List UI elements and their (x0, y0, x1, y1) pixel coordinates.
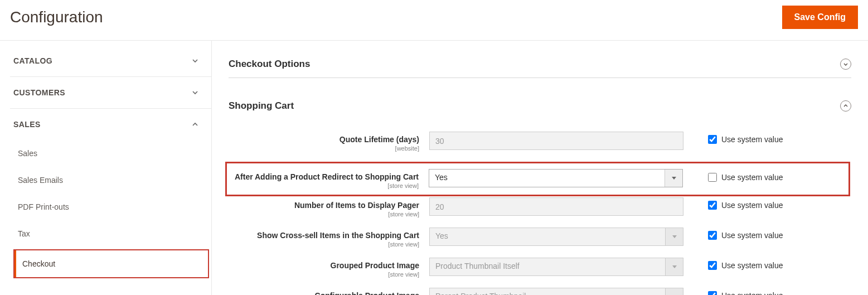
use-system-checkbox[interactable] (708, 261, 717, 270)
dropdown-caret-icon (665, 170, 682, 187)
use-system-label[interactable]: Use system value (721, 201, 783, 210)
sidebar-item-sales[interactable]: Sales (10, 140, 211, 167)
use-system-checkbox[interactable] (708, 291, 717, 295)
select-value: Parent Product Thumbnail (430, 288, 665, 295)
field-label: Show Cross-sell Items in the Shopping Ca… (257, 231, 419, 240)
field-label: Number of Items to Display Pager (294, 201, 419, 210)
use-system-checkbox[interactable] (708, 231, 717, 240)
page-header: Configuration Save Config (0, 0, 868, 41)
use-system-label[interactable]: Use system value (721, 291, 783, 295)
sidebar-section-sales[interactable]: SALES (10, 109, 211, 140)
group-checkout-options[interactable]: Checkout Options (229, 51, 851, 78)
field-label: Quote Lifetime (days) (340, 135, 419, 144)
save-config-button[interactable]: Save Config (782, 6, 858, 29)
sidebar: CATALOG CUSTOMERS SALES (0, 41, 212, 295)
field-cross-sell: Show Cross-sell Items in the Shopping Ca… (229, 228, 851, 248)
cross-sell-select: Yes (429, 228, 683, 246)
field-label: Grouped Product Image (331, 261, 419, 270)
field-scope: [store view] (229, 241, 419, 248)
sidebar-section-catalog[interactable]: CATALOG (10, 45, 211, 76)
dropdown-caret-icon (665, 258, 683, 275)
sidebar-section-label: CUSTOMERS (13, 88, 65, 97)
field-label: Configurable Product Image (315, 291, 419, 295)
use-system-label[interactable]: Use system value (721, 135, 783, 144)
select-value: Yes (430, 228, 665, 245)
main-content: Checkout Options Shopping Cart Quote Lif… (212, 41, 868, 295)
field-quote-lifetime: Quote Lifetime (days) [website] Use syst… (229, 132, 851, 152)
field-scope: [store view] (229, 271, 419, 278)
group-title: Checkout Options (229, 59, 310, 70)
chevron-up-icon (191, 120, 199, 128)
sidebar-section-label: CATALOG (13, 56, 52, 65)
field-scope: [website] (229, 145, 419, 152)
field-scope: [store view] (229, 211, 419, 217)
group-title: Shopping Cart (229, 100, 294, 112)
select-value: Yes (429, 170, 665, 187)
grouped-image-select: Product Thumbnail Itself (429, 258, 683, 276)
use-system-label[interactable]: Use system value (721, 261, 783, 270)
use-system-checkbox[interactable] (708, 173, 717, 182)
field-configurable-image: Configurable Product Image [store view] … (229, 288, 851, 295)
collapse-icon (840, 100, 851, 112)
select-value: Product Thumbnail Itself (430, 258, 665, 275)
dropdown-caret-icon (665, 288, 683, 295)
dropdown-caret-icon (665, 228, 683, 245)
use-system-label[interactable]: Use system value (721, 173, 783, 182)
field-items-pager: Number of Items to Display Pager [store … (229, 197, 851, 217)
chevron-down-icon (191, 57, 199, 65)
sidebar-item-sales-emails[interactable]: Sales Emails (10, 167, 211, 194)
items-pager-input (429, 197, 683, 216)
use-system-checkbox[interactable] (708, 201, 717, 210)
sidebar-item-tax[interactable]: Tax (10, 220, 211, 247)
page-title: Configuration (10, 8, 103, 26)
chevron-down-icon (191, 89, 199, 96)
field-scope: [store view] (228, 182, 419, 189)
field-grouped-image: Grouped Product Image [store view] Produ… (229, 258, 851, 278)
group-shopping-cart[interactable]: Shopping Cart (229, 93, 851, 119)
sidebar-item-checkout[interactable]: Checkout (14, 250, 208, 277)
sidebar-section-customers[interactable]: CUSTOMERS (10, 77, 211, 108)
expand-icon (840, 59, 851, 70)
use-system-label[interactable]: Use system value (721, 231, 783, 240)
use-system-checkbox[interactable] (708, 135, 717, 144)
sidebar-section-label: SALES (13, 120, 41, 129)
field-label: After Adding a Product Redirect to Shopp… (235, 172, 419, 181)
configurable-image-select: Parent Product Thumbnail (429, 288, 683, 295)
quote-lifetime-input (429, 132, 683, 150)
redirect-cart-select[interactable]: Yes (429, 169, 683, 187)
sidebar-item-pdf-printouts[interactable]: PDF Print-outs (10, 194, 211, 220)
